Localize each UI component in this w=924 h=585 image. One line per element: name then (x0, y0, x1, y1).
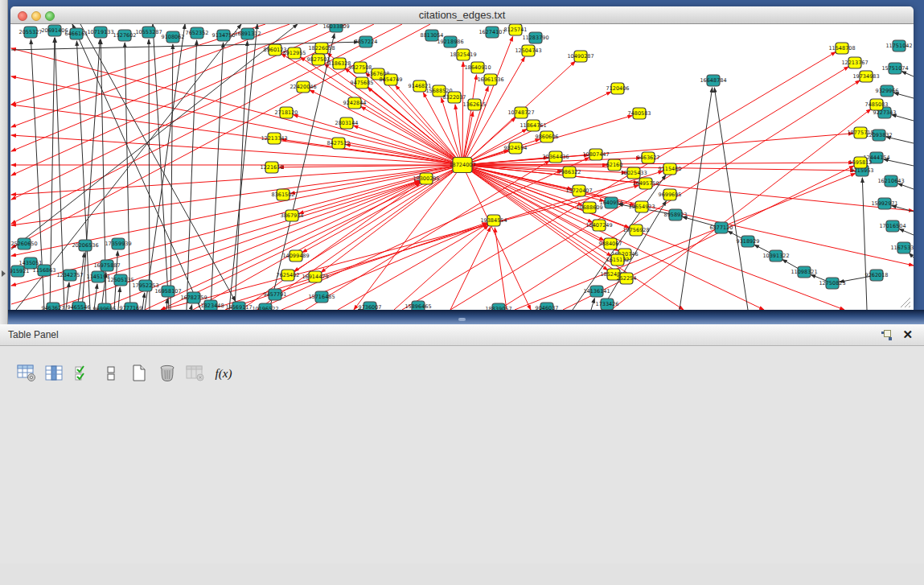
graph-node[interactable]: 11675331 (890, 242, 914, 253)
graph-edge[interactable] (77, 253, 84, 310)
graph-node[interactable]: 11751042 (885, 40, 912, 51)
resize-grip-icon[interactable] (901, 298, 910, 307)
row-height-icon[interactable] (101, 363, 121, 384)
graph-edge[interactable] (149, 39, 150, 310)
graph-edge[interactable] (899, 229, 914, 235)
graph-node[interactable]: 7652352 (186, 27, 209, 39)
graph-node[interactable]: 18226058 (308, 43, 335, 54)
graph-node[interactable]: 9699695 (93, 303, 117, 310)
graph-node[interactable]: 16891312 (234, 28, 261, 39)
graph-edge[interactable] (11, 24, 346, 175)
graph-node[interactable]: 11864761 (519, 120, 546, 131)
graph-node[interactable]: 1527602 (113, 30, 137, 41)
network-canvas[interactable]: 2055327206914066466161107191331527602105… (10, 24, 914, 310)
graph-node[interactable]: 2718120 (275, 107, 298, 118)
graph-node[interactable]: 12213767 (841, 57, 868, 68)
graph-node[interactable]: 9884067 (599, 238, 622, 249)
graph-node[interactable]: 9262018 (865, 270, 889, 281)
graph-edge[interactable] (11, 105, 462, 165)
graph-node[interactable]: 14099489 (282, 250, 309, 262)
graph-node[interactable]: 14136141 (583, 286, 610, 297)
graph-node[interactable]: 16033809 (322, 24, 349, 32)
graph-node[interactable]: 10719133 (87, 27, 113, 38)
graph-node[interactable]: 9465546 (68, 302, 91, 310)
graph-node[interactable]: 16210643 (877, 175, 904, 187)
network-view-window[interactable]: 2055327206914066466161107191331527602105… (10, 6, 914, 310)
graph-node[interactable]: 1221610 (261, 162, 284, 173)
graph-node[interactable]: 18407249 (585, 220, 612, 231)
graph-node[interactable]: 15896465 (405, 301, 431, 310)
graph-node[interactable]: 10391322 (762, 250, 789, 262)
table-options-icon[interactable] (16, 363, 37, 384)
graph-node[interactable]: 9860606 (536, 131, 559, 142)
graph-edge[interactable] (11, 24, 318, 151)
graph-edge[interactable] (11, 42, 359, 50)
graph-node[interactable]: 9046037 (536, 303, 559, 310)
graph-node[interactable]: 3867934 (281, 210, 304, 221)
graph-edge[interactable] (145, 24, 185, 310)
graph-node[interactable]: 9463627 (42, 303, 65, 310)
expand-panel-icon[interactable] (2, 270, 6, 277)
graph-edge[interactable] (897, 183, 914, 189)
graph-node[interactable]: 10490287 (567, 51, 593, 62)
graph-node[interactable]: 12342757 (56, 270, 83, 281)
graph-node[interactable]: 12213343 (261, 133, 287, 144)
graph-edge[interactable] (11, 24, 430, 248)
graph-node[interactable]: 16782759 (180, 292, 207, 303)
graph-node[interactable]: 8186328 (328, 58, 351, 69)
graph-node[interactable]: 8361502 (272, 189, 295, 200)
graph-node[interactable]: 15716485 (308, 291, 335, 303)
graph-edge[interactable] (462, 62, 463, 165)
graph-edge[interactable] (455, 105, 462, 165)
graph-node[interactable]: 25260650 (10, 238, 37, 249)
graph-node[interactable]: 12750823 (819, 278, 845, 289)
graph-node[interactable]: 8958923 (664, 209, 688, 220)
graph-node[interactable]: 16914479 (302, 271, 328, 282)
delete-trash-icon[interactable] (157, 363, 178, 384)
graph-node[interactable]: 16961536 (477, 74, 503, 85)
graph-edge[interactable] (257, 165, 462, 310)
graph-node[interactable]: 6466161 (65, 28, 88, 39)
graph-node[interactable]: 9777169 (120, 303, 143, 310)
graph-edge[interactable] (495, 228, 507, 310)
graph-node[interactable]: 10748727 (507, 107, 534, 118)
split-pane-handle[interactable] (458, 318, 466, 321)
graph-node[interactable]: 1615132 (606, 254, 630, 266)
graph-edge[interactable] (11, 165, 462, 195)
graph-node[interactable]: 16495759 (632, 178, 659, 189)
graph-node[interactable]: 12504743 (515, 45, 541, 56)
graph-node[interactable]: 15992971 (871, 198, 897, 209)
graph-node[interactable]: 62160 (606, 159, 623, 171)
graph-edge[interactable] (170, 44, 173, 310)
graph-node[interactable]: 19654923 (628, 201, 655, 212)
citation-graph[interactable]: 2055327206914066466161107191331527602105… (10, 24, 914, 310)
graph-edge[interactable] (161, 185, 639, 310)
graph-node[interactable]: 9736007 (359, 302, 382, 310)
graph-edge[interactable] (161, 165, 462, 310)
graph-edge[interactable] (680, 88, 713, 310)
graph-node[interactable]: 16958107 (154, 286, 181, 297)
graph-node[interactable]: 2055327 (19, 27, 43, 38)
graph-edge[interactable] (714, 88, 748, 310)
graph-edge[interactable] (294, 115, 462, 165)
graph-node[interactable]: 9475685 (351, 77, 374, 89)
graph-node[interactable]: 10553287 (135, 27, 162, 38)
graph-node[interactable]: 20206536 (72, 240, 98, 251)
graph-node[interactable]: 16648784 (700, 75, 726, 86)
window-titlebar[interactable]: citations_edges.txt (10, 6, 914, 24)
graph-node[interactable]: 7857224 (355, 36, 378, 47)
graph-node[interactable]: 9329966 (876, 85, 899, 97)
graph-edge[interactable] (11, 48, 462, 165)
graph-node[interactable]: 7986322 (558, 167, 581, 178)
graph-node[interactable]: 11823448 (197, 300, 224, 310)
graph-edge[interactable] (193, 182, 420, 310)
graph-edge[interactable] (901, 72, 914, 76)
graph-edge[interactable] (153, 24, 169, 310)
graph-node[interactable]: 9463627 (637, 152, 660, 163)
graph-node[interactable]: 9108062 (162, 31, 185, 43)
collapsed-panel-strip[interactable] (0, 0, 8, 324)
graph-edge[interactable] (462, 75, 477, 165)
graph-node[interactable]: 7480583 (628, 108, 651, 119)
graph-node[interactable]: 9242844 (343, 97, 367, 109)
graph-node[interactable]: 17359939 (105, 238, 131, 249)
